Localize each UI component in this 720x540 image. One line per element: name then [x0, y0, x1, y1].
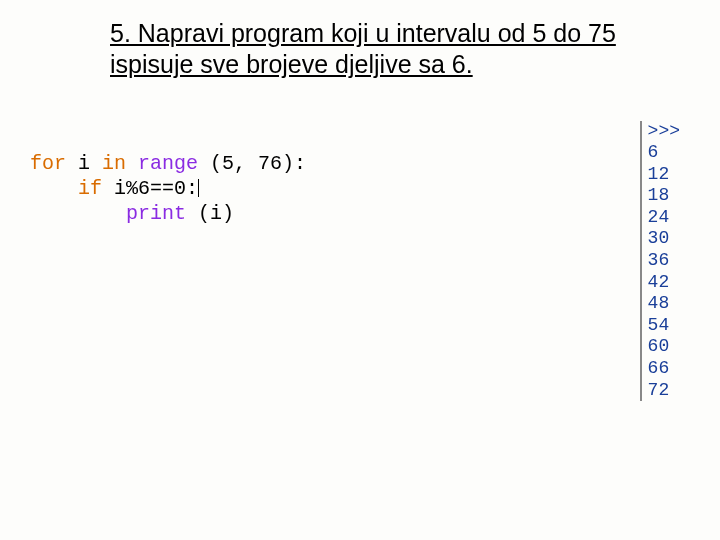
output-line: 42 — [648, 272, 680, 294]
output-line: 72 — [648, 380, 680, 402]
content-row: for i in range (5, 76): if i%6==0: print… — [110, 151, 640, 226]
kw-for: for — [30, 152, 66, 175]
range-args: (5, 76): — [198, 152, 306, 175]
output-line: 60 — [648, 336, 680, 358]
kw-if: if — [78, 177, 102, 200]
kw-in: in — [102, 152, 126, 175]
indent-2 — [30, 202, 126, 225]
output-line: 6 — [648, 142, 680, 164]
indent-1 — [30, 177, 78, 200]
fn-range: range — [126, 152, 198, 175]
text-cursor — [198, 179, 199, 197]
output-line: 36 — [648, 250, 680, 272]
if-cond: i%6==0: — [102, 177, 198, 200]
output-line: 48 — [648, 293, 680, 315]
output-line: 30 — [648, 228, 680, 250]
output-line: 24 — [648, 207, 680, 229]
output-block: >>> 6 12 18 24 30 36 42 48 54 60 66 72 — [640, 121, 680, 402]
task-title: 5. Napravi program koji u intervalu od 5… — [110, 18, 640, 81]
output-line: 12 — [648, 164, 680, 186]
repl-prompt: >>> — [648, 121, 680, 143]
code-block: for i in range (5, 76): if i%6==0: print… — [30, 151, 306, 226]
output-line: 54 — [648, 315, 680, 337]
slide-container: 5. Napravi program koji u intervalu od 5… — [0, 0, 720, 540]
print-args: (i) — [186, 202, 234, 225]
output-line: 66 — [648, 358, 680, 380]
output-line: 18 — [648, 185, 680, 207]
var-i: i — [66, 152, 102, 175]
fn-print: print — [126, 202, 186, 225]
